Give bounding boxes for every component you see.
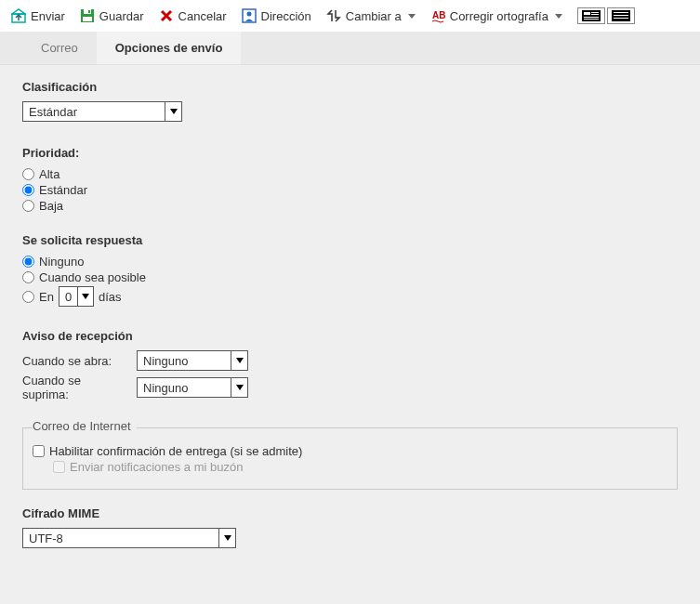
chevron-down-icon <box>231 378 247 397</box>
spellcheck-button[interactable]: AB Corregir ortografía <box>430 8 562 23</box>
receipt-open-label: Cuando se abra: <box>22 354 129 368</box>
receipt-delete-select[interactable]: Ninguno <box>137 377 248 398</box>
internet-mail-fieldset: Correo de Internet Habilitar confirmació… <box>22 427 678 490</box>
classification-title: Clasificación <box>22 80 678 94</box>
svg-rect-21 <box>614 18 628 19</box>
svg-rect-20 <box>614 15 628 16</box>
mime-value: UTF-8 <box>23 532 218 545</box>
priority-low-label: Baja <box>39 199 63 213</box>
mime-title: Cifrado MIME <box>22 506 678 520</box>
svg-rect-15 <box>591 14 599 15</box>
switch-label: Cambiar a <box>346 9 402 23</box>
chevron-down-icon <box>231 351 247 370</box>
rich-view-button[interactable] <box>577 7 605 24</box>
plain-view-icon <box>612 10 630 21</box>
reply-days-value: 0 <box>59 290 77 304</box>
internet-mail-legend: Correo de Internet <box>33 419 137 433</box>
chevron-down-icon <box>555 14 562 19</box>
address-icon <box>242 8 257 23</box>
send-button[interactable]: Enviar <box>11 8 65 23</box>
view-mode-group <box>577 7 635 24</box>
reply-when-possible-label: Cuando sea posible <box>39 270 146 284</box>
classification-value: Estándar <box>23 105 165 119</box>
reply-none-label: Ninguno <box>39 255 84 269</box>
send-options-panel: Clasificación Estándar Prioridad: Alta E… <box>0 65 700 604</box>
toolbar: Enviar Guardar Cancelar Dirección Cambia… <box>0 0 700 32</box>
receipt-delete-value: Ninguno <box>138 381 231 395</box>
chevron-down-icon <box>218 529 235 547</box>
receipt-open-value: Ninguno <box>138 354 231 368</box>
reply-days-select[interactable]: 0 <box>59 286 94 307</box>
tab-send-options[interactable]: Opciones de envío <box>97 32 242 64</box>
enable-delivery-label: Habilitar confirmación de entrega (si se… <box>49 444 302 458</box>
address-label: Dirección <box>261 9 311 23</box>
send-notifications-checkbox <box>53 461 65 473</box>
spellcheck-label: Corregir ortografía <box>450 9 548 23</box>
svg-rect-12 <box>582 10 601 21</box>
svg-point-10 <box>246 12 251 17</box>
reply-title: Se solicita respuesta <box>22 233 678 247</box>
mime-select[interactable]: UTF-8 <box>22 528 236 548</box>
svg-text:AB: AB <box>432 10 445 20</box>
reply-none-radio[interactable] <box>22 256 34 268</box>
receipt-open-select[interactable]: Ninguno <box>137 350 248 371</box>
send-notifications-label: Enviar notificaciones a mi buzón <box>70 460 243 474</box>
save-button[interactable]: Guardar <box>80 8 144 23</box>
svg-rect-14 <box>591 12 599 13</box>
switch-icon <box>326 8 341 23</box>
svg-marker-1 <box>12 9 25 14</box>
svg-rect-16 <box>584 17 599 18</box>
priority-high-radio[interactable] <box>22 168 34 180</box>
switch-button[interactable]: Cambiar a <box>326 8 416 23</box>
plain-view-button[interactable] <box>607 7 635 24</box>
enable-delivery-checkbox[interactable] <box>33 445 45 457</box>
save-label: Guardar <box>99 9 144 23</box>
classification-select[interactable]: Estándar <box>22 101 182 122</box>
cancel-button[interactable]: Cancelar <box>159 8 227 23</box>
svg-rect-5 <box>88 10 90 13</box>
priority-standard-label: Estándar <box>39 183 87 197</box>
receipt-delete-label: Cuando se suprima: <box>22 374 129 401</box>
receipt-title: Aviso de recepción <box>22 329 678 343</box>
svg-rect-19 <box>614 12 628 13</box>
spellcheck-icon: AB <box>430 8 445 23</box>
save-icon <box>80 8 95 23</box>
svg-rect-6 <box>83 17 92 21</box>
chevron-down-icon <box>77 287 93 306</box>
rich-view-icon <box>582 10 601 21</box>
reply-in-suffix: días <box>99 290 122 304</box>
reply-when-possible-radio[interactable] <box>22 271 34 283</box>
svg-rect-17 <box>584 19 599 20</box>
priority-low-radio[interactable] <box>22 200 34 212</box>
cancel-label: Cancelar <box>178 9 227 23</box>
send-label: Enviar <box>31 9 65 23</box>
reply-in-prefix: En <box>39 290 54 304</box>
reply-in-days-radio[interactable] <box>22 291 34 303</box>
svg-rect-13 <box>584 12 590 15</box>
chevron-down-icon <box>165 102 181 121</box>
priority-high-label: Alta <box>39 167 59 181</box>
priority-standard-radio[interactable] <box>22 184 34 196</box>
cancel-icon <box>159 8 174 23</box>
address-button[interactable]: Dirección <box>242 8 311 23</box>
tab-mail[interactable]: Correo <box>22 32 97 64</box>
tabs: Correo Opciones de envío <box>0 32 700 65</box>
send-icon <box>11 8 26 23</box>
chevron-down-icon <box>408 14 416 19</box>
priority-title: Prioridad: <box>22 146 678 160</box>
